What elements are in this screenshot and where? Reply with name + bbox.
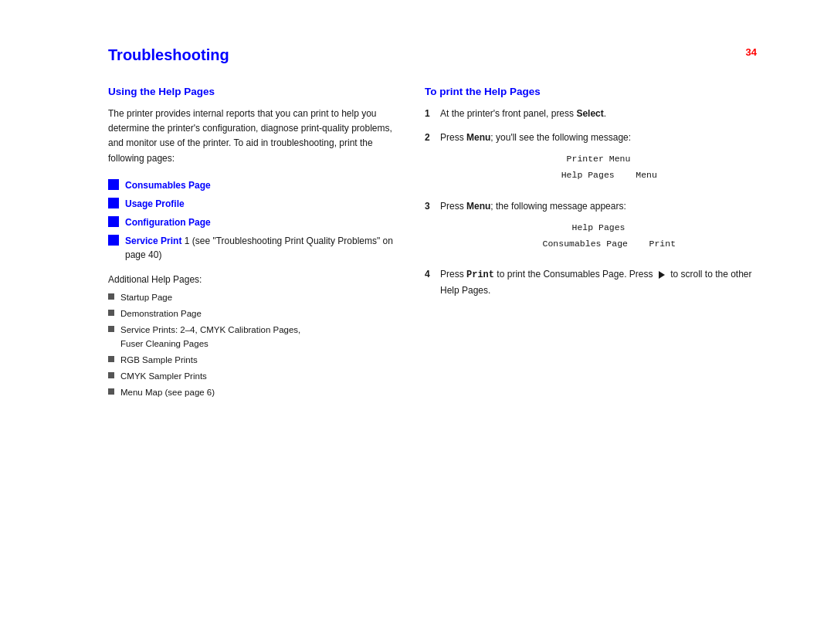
bullet-icon (108, 216, 119, 227)
list-item: Consumables Page (108, 178, 394, 192)
bullet-icon (108, 198, 119, 208)
list-item: Usage Profile (108, 197, 394, 211)
small-bullet-icon (108, 372, 114, 378)
kbd-menu-2: Menu (466, 201, 490, 212)
step-content: Press Menu; the following message appear… (440, 199, 757, 259)
small-bullet-icon (108, 310, 114, 316)
step-number: 3 (425, 199, 440, 214)
step-2: 2 Press Menu; you'll see the following m… (425, 130, 757, 190)
right-section-heading: To print the Help Pages (425, 86, 757, 97)
list-item-text: Service Prints: 2–4, CMYK Calibration Pa… (120, 324, 300, 351)
step-number: 2 (425, 130, 440, 145)
small-bullet-icon (108, 356, 114, 362)
step-content: Press Menu; you'll see the following mes… (440, 130, 757, 190)
list-item: Service Print 1 (see "Troubleshooting Pr… (108, 234, 394, 262)
service-print-label: Service Print (125, 236, 181, 246)
additional-title: Additional Help Pages: (108, 274, 394, 285)
step-3: 3 Press Menu; the following message appe… (425, 199, 757, 259)
right-column: To print the Help Pages 1 At the printer… (425, 86, 757, 403)
bullet-icon (108, 179, 119, 190)
kbd-menu: Menu (466, 132, 490, 143)
steps-list: 1 At the printer's front panel, press Se… (425, 107, 757, 298)
page-container: 34 Troubleshooting Using the Help Pages … (0, 0, 834, 644)
list-item-text: Demonstration Page (120, 307, 202, 320)
list-item: Startup Page (108, 291, 394, 304)
left-column: Using the Help Pages The printer provide… (108, 86, 394, 403)
step-content: Press Print to print the Consumables Pag… (440, 267, 757, 297)
list-item: Service Prints: 2–4, CMYK Calibration Pa… (108, 324, 394, 351)
step-number: 4 (425, 267, 440, 282)
main-bullet-list: Consumables Page Usage Profile Configura… (108, 178, 394, 262)
list-item: Menu Map (see page 6) (108, 386, 394, 399)
two-column-layout: Using the Help Pages The printer provide… (108, 86, 757, 403)
page-number: 34 (746, 46, 757, 58)
list-item-text: RGB Sample Prints (120, 354, 198, 367)
small-bullet-icon (108, 388, 114, 395)
bullet-label-mixed: Service Print 1 (see "Troubleshooting Pr… (125, 234, 394, 262)
left-section-heading: Using the Help Pages (108, 86, 394, 97)
bullet-label: Consumables Page (125, 178, 211, 192)
step-number: 1 (425, 107, 440, 121)
list-item: Demonstration Page (108, 307, 394, 320)
step-1: 1 At the printer's front panel, press Se… (425, 107, 757, 121)
list-item: CMYK Sampler Prints (108, 370, 394, 383)
kbd-select: Select (576, 108, 603, 119)
list-item: RGB Sample Prints (108, 354, 394, 367)
bullet-icon (108, 235, 119, 246)
step-content: At the printer's front panel, press Sele… (440, 107, 757, 121)
print-bold-label: Print (466, 269, 494, 280)
list-item: Configuration Page (108, 215, 394, 229)
arrow-right-icon (659, 271, 665, 279)
bullet-label: Usage Profile (125, 197, 185, 211)
list-item-text: Startup Page (120, 291, 172, 304)
monospace-display-1: Printer Menu Help Pages Menu (440, 151, 757, 183)
list-item-text: Menu Map (see page 6) (120, 386, 215, 399)
bullet-label: Configuration Page (125, 215, 211, 229)
monospace-display-2: Help Pages Consumables Page Print (440, 220, 757, 252)
additional-bullet-list: Startup Page Demonstration Page Service … (108, 291, 394, 400)
step-4: 4 Press Print to print the Consumables P… (425, 267, 757, 297)
small-bullet-icon (108, 293, 114, 300)
small-bullet-icon (108, 326, 114, 332)
list-item-text: CMYK Sampler Prints (120, 370, 207, 383)
page-title: Troubleshooting (108, 46, 757, 64)
intro-paragraph: The printer provides internal reports th… (108, 107, 394, 166)
